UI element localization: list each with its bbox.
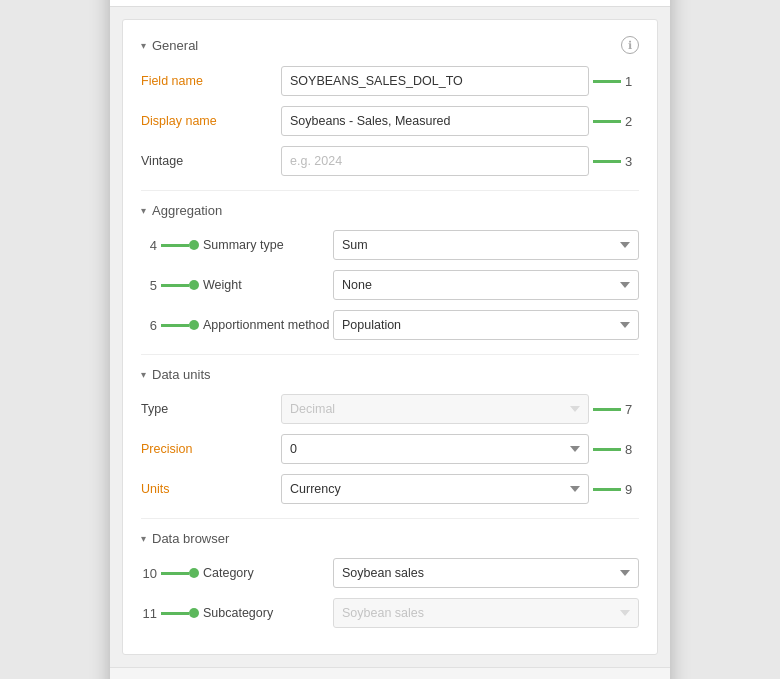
field-name-indicator: 1 [593,74,639,89]
dialog-footer: Cancel Apply [110,667,670,679]
data-units-chevron: ▾ [141,369,146,380]
precision-indicator: 8 [593,442,639,457]
type-label: Type [141,402,281,416]
weight-left-indicator: 5 [141,278,199,293]
precision-select[interactable]: 0 1 2 3 4 [281,434,589,464]
subcategory-select[interactable]: Soybean sales [333,598,639,628]
data-units-section-header: ▾ Data units [141,367,639,382]
data-browser-chevron: ▾ [141,533,146,544]
aggregation-label: Aggregation [152,203,222,218]
category-row: 10 Category Soybean sales Corn sales Whe… [141,558,639,588]
weight-label: Weight [203,278,333,292]
category-left-indicator: 10 [141,566,199,581]
weight-row: 5 Weight None Population Area [141,270,639,300]
data-units-label: Data units [152,367,211,382]
summary-type-label: Summary type [203,238,333,252]
display-name-label: Display name [141,114,281,128]
subcategory-left-indicator: 11 [141,606,199,621]
configure-variable-dialog: Configure variable × ▾ General ℹ Field n… [110,0,670,679]
vintage-label: Vintage [141,154,281,168]
field-name-input[interactable] [281,66,589,96]
subcategory-label: Subcategory [203,606,333,620]
type-indicator: 7 [593,402,639,417]
vintage-indicator: 3 [593,154,639,169]
aggregation-section-header: ▾ Aggregation [141,203,639,218]
precision-row: Precision 0 1 2 3 4 8 [141,434,639,464]
info-icon[interactable]: ℹ [621,36,639,54]
display-name-indicator: 2 [593,114,639,129]
display-name-row: Display name 2 [141,106,639,136]
field-name-row: Field name 1 [141,66,639,96]
aggregation-chevron: ▾ [141,205,146,216]
type-select[interactable]: Decimal Integer Percentage [281,394,589,424]
precision-label: Precision [141,442,281,456]
units-select[interactable]: Currency Dollars Percent None [281,474,589,504]
summary-type-select[interactable]: Sum Average Count Min Max [333,230,639,260]
dialog-body: ▾ General ℹ Field name 1 Display name 2 [122,19,658,655]
data-browser-label: Data browser [152,531,229,546]
summary-type-row: 4 Summary type Sum Average Count Min Max [141,230,639,260]
data-browser-section-header: ▾ Data browser [141,531,639,546]
apportionment-row: 6 Apportionment method Population Area N… [141,310,639,340]
vintage-row: Vintage 3 [141,146,639,176]
units-indicator: 9 [593,482,639,497]
category-label: Category [203,566,333,580]
general-section-header: ▾ General ℹ [141,36,639,54]
units-row: Units Currency Dollars Percent None 9 [141,474,639,504]
apportionment-select[interactable]: Population Area None [333,310,639,340]
general-chevron: ▾ [141,40,146,51]
weight-select[interactable]: None Population Area [333,270,639,300]
type-row: Type Decimal Integer Percentage 7 [141,394,639,424]
apportionment-left-indicator: 6 [141,318,199,333]
units-label: Units [141,482,281,496]
category-select[interactable]: Soybean sales Corn sales Wheat sales [333,558,639,588]
apportionment-label: Apportionment method [203,318,333,332]
vintage-input[interactable] [281,146,589,176]
subcategory-row: 11 Subcategory Soybean sales [141,598,639,628]
field-name-label: Field name [141,74,281,88]
display-name-input[interactable] [281,106,589,136]
summary-type-left-indicator: 4 [141,238,199,253]
dialog-header: Configure variable × [110,0,670,7]
general-label: General [152,38,198,53]
